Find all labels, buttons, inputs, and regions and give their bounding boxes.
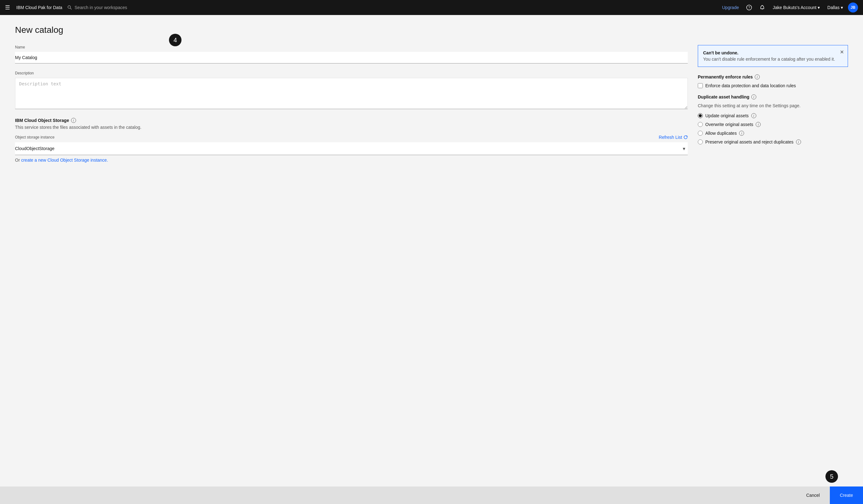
enforce-rules-section: Permanently enforce rules i Enforce data… xyxy=(698,74,848,88)
radio-row-allow: Allow duplicates i xyxy=(698,131,848,136)
cos-link-row: Or create a new Cloud Object Storage ins… xyxy=(15,158,688,163)
duplicate-info-icon[interactable]: i xyxy=(751,94,756,100)
radio-allow-label: Allow duplicates xyxy=(705,131,737,136)
warning-title: Can't be undone. xyxy=(703,50,843,55)
svg-line-1 xyxy=(71,8,72,9)
cos-description: This service stores the files associated… xyxy=(15,125,688,130)
cos-instance-select-wrapper[interactable]: CloudObjectStorage ▾ xyxy=(15,142,688,155)
help-button[interactable]: ? xyxy=(744,3,754,12)
description-field-group: Description xyxy=(15,71,688,111)
warning-close-button[interactable]: ✕ xyxy=(840,49,844,55)
page-title: New catalog xyxy=(15,25,848,35)
radio-overwrite-info-icon[interactable]: i xyxy=(756,122,761,127)
right-panel: Can't be undone. You can't disable rule … xyxy=(698,45,848,151)
account-chevron-icon: ▾ xyxy=(818,5,820,10)
radio-overwrite[interactable] xyxy=(698,122,703,127)
menu-icon[interactable]: ☰ xyxy=(5,4,10,11)
create-button[interactable]: Create xyxy=(830,487,863,504)
content-grid: Name Description IBM Cloud Object Storag… xyxy=(15,45,848,170)
description-textarea[interactable] xyxy=(15,78,688,109)
enforce-rules-label: Enforce data protection and data locatio… xyxy=(705,83,796,88)
search-icon xyxy=(67,5,72,10)
radio-preserve[interactable] xyxy=(698,140,703,144)
enforce-rules-title-row: Permanently enforce rules i xyxy=(698,74,848,79)
avatar[interactable]: JB xyxy=(848,2,858,13)
refresh-list-button[interactable]: Refresh List xyxy=(659,135,688,140)
duplicate-radio-group: Update original assets i Overwrite origi… xyxy=(698,113,848,144)
cos-instance-row: Object storage instance Refresh List xyxy=(15,135,688,140)
refresh-icon xyxy=(684,135,688,140)
radio-update-label: Update original assets xyxy=(705,113,749,118)
cos-title-row: IBM Cloud Object Storage i xyxy=(15,118,688,123)
radio-preserve-label: Preserve original assets and reject dupl… xyxy=(705,140,793,144)
upgrade-link[interactable]: Upgrade xyxy=(720,5,741,10)
footer: Cancel Create xyxy=(0,487,863,504)
location-menu[interactable]: Dallas ▾ xyxy=(825,5,846,10)
radio-row-update: Update original assets i xyxy=(698,113,848,118)
radio-preserve-info-icon[interactable]: i xyxy=(796,140,801,144)
radio-update[interactable] xyxy=(698,113,703,118)
enforce-rules-checkbox-row[interactable]: Enforce data protection and data locatio… xyxy=(698,83,848,88)
radio-row-overwrite: Overwrite original assets i xyxy=(698,122,848,127)
left-panel: Name Description IBM Cloud Object Storag… xyxy=(15,45,688,170)
radio-overwrite-label: Overwrite original assets xyxy=(705,122,753,127)
cancel-button[interactable]: Cancel xyxy=(796,487,830,504)
enforce-rules-checkbox[interactable] xyxy=(698,83,703,88)
notifications-button[interactable] xyxy=(757,3,767,12)
search-bar[interactable] xyxy=(67,5,217,10)
search-input[interactable] xyxy=(74,5,217,10)
cos-info-icon[interactable]: i xyxy=(71,118,76,123)
brand-name: IBM Cloud Pak for Data xyxy=(16,5,62,10)
warning-banner: Can't be undone. You can't disable rule … xyxy=(698,45,848,67)
radio-update-info-icon[interactable]: i xyxy=(751,113,756,118)
radio-allow-info-icon[interactable]: i xyxy=(739,131,744,136)
location-label: Dallas xyxy=(827,5,839,10)
cos-title: IBM Cloud Object Storage xyxy=(15,118,69,123)
name-label: Name xyxy=(15,45,688,49)
radio-row-preserve: Preserve original assets and reject dupl… xyxy=(698,140,848,144)
refresh-label: Refresh List xyxy=(659,135,682,140)
description-label: Description xyxy=(15,71,688,75)
warning-text: You can't disable rule enforcement for a… xyxy=(703,56,843,62)
duplicate-subtitle: Change this setting at any time on the S… xyxy=(698,103,848,108)
navbar-right: Upgrade ? Jake Bukuts's Account ▾ Dallas… xyxy=(720,2,858,13)
duplicate-handling-section: Duplicate asset handling i Change this s… xyxy=(698,94,848,144)
navbar: ☰ IBM Cloud Pak for Data Upgrade ? Jake … xyxy=(0,0,863,15)
name-field-group: Name xyxy=(15,45,688,63)
radio-allow[interactable] xyxy=(698,131,703,136)
cos-instance-label: Object storage instance xyxy=(15,135,54,140)
cos-instance-select[interactable]: CloudObjectStorage xyxy=(15,142,688,155)
enforce-rules-info-icon[interactable]: i xyxy=(755,74,760,79)
svg-text:?: ? xyxy=(748,5,750,9)
cos-create-link[interactable]: create a new Cloud Object Storage instan… xyxy=(21,158,108,163)
page-wrapper: New catalog Name Description IBM Cloud O… xyxy=(0,15,863,504)
cos-link-prefix: Or xyxy=(15,158,21,163)
account-menu[interactable]: Jake Bukuts's Account ▾ xyxy=(770,5,822,10)
cos-section: IBM Cloud Object Storage i This service … xyxy=(15,118,688,163)
duplicate-title-row: Duplicate asset handling i xyxy=(698,94,848,100)
enforce-rules-title: Permanently enforce rules xyxy=(698,74,753,79)
duplicate-title: Duplicate asset handling xyxy=(698,94,749,100)
name-input[interactable] xyxy=(15,52,688,63)
location-chevron-icon: ▾ xyxy=(841,5,843,10)
account-label: Jake Bukuts's Account xyxy=(773,5,816,10)
